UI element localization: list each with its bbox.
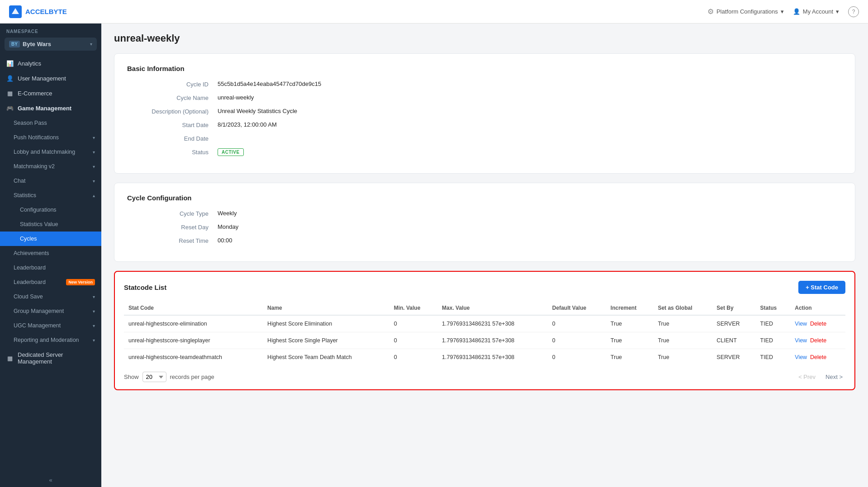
- navbar-right: ⚙ Platform Configurations ▾ 👤 My Account…: [707, 6, 859, 17]
- sidebar-item-user-management[interactable]: 👤 User Management: [0, 71, 101, 86]
- sidebar-item-ugc-management[interactable]: UGC Management ▾: [0, 318, 101, 333]
- cycle-config-card: Cycle Configuration Cycle Type Weekly Re…: [114, 183, 855, 262]
- view-link[interactable]: View: [795, 321, 807, 327]
- sidebar-item-ecommerce[interactable]: ▦ E-Commerce: [0, 86, 101, 101]
- namespace-chevron-icon: ▾: [90, 42, 92, 47]
- logo-icon: [9, 5, 22, 18]
- sidebar-item-group-management[interactable]: Group Management ▾: [0, 304, 101, 318]
- sidebar-item-achievements[interactable]: Achievements: [0, 246, 101, 260]
- sidebar-item-analytics[interactable]: 📊 Analytics: [0, 56, 101, 71]
- lobby-matchmaking-label: Lobby and Matchmaking: [14, 149, 89, 155]
- push-notifications-chevron: ▾: [93, 135, 95, 140]
- svg-marker-0: [12, 8, 19, 14]
- analytics-icon: 📊: [6, 60, 14, 67]
- view-link[interactable]: View: [795, 337, 807, 344]
- delete-link[interactable]: Delete: [810, 337, 826, 344]
- prev-page-button[interactable]: < Prev: [796, 372, 818, 382]
- status-row: Status ACTIVE: [127, 148, 842, 156]
- sidebar-item-game-management[interactable]: 🎮 Game Management: [0, 101, 101, 116]
- cell-stat-code: unreal-highestscore-singleplayer: [124, 332, 263, 349]
- sidebar-item-push-notifications[interactable]: Push Notifications ▾: [0, 130, 101, 145]
- platform-config-label: Platform Configurations: [716, 8, 778, 15]
- lobby-chevron: ▾: [93, 150, 95, 155]
- ugc-management-label: UGC Management: [14, 322, 89, 329]
- statcode-header: Statcode List + Stat Code: [124, 281, 845, 294]
- my-account-label: My Account: [803, 8, 833, 15]
- per-page-select[interactable]: 20 50 100: [142, 372, 166, 382]
- collapse-sidebar-button[interactable]: «: [0, 473, 101, 487]
- namespace-name: Byte Wars: [23, 41, 87, 47]
- col-status: Status: [756, 301, 791, 315]
- next-page-button[interactable]: Next >: [823, 372, 845, 382]
- namespace-selector[interactable]: BY Byte Wars ▾: [5, 38, 97, 51]
- leaderboard-label: Leaderboard: [14, 265, 95, 271]
- game-management-label: Game Management: [18, 105, 95, 112]
- cell-max-value: 1.79769313486231 57e+308: [437, 332, 548, 349]
- statistics-label: Statistics: [14, 192, 89, 199]
- sidebar-item-cloud-save[interactable]: Cloud Save ▾: [0, 289, 101, 304]
- cell-action: View Delete: [790, 315, 845, 332]
- delete-link[interactable]: Delete: [810, 354, 826, 360]
- statistics-value-label: Statistics Value: [20, 221, 95, 227]
- statistics-chevron: ▴: [93, 193, 95, 198]
- platform-config-button[interactable]: ⚙ Platform Configurations ▾: [707, 7, 784, 16]
- col-default-value: Default Value: [548, 301, 606, 315]
- sidebar-item-lobby-matchmaking[interactable]: Lobby and Matchmaking ▾: [0, 145, 101, 159]
- cycle-id-row: Cycle ID 55c5b1d5a4e14eaba45477cd70de9c1…: [127, 80, 842, 88]
- cell-set-as-global: True: [653, 315, 712, 332]
- sidebar-item-chat[interactable]: Chat ▾: [0, 174, 101, 188]
- sidebar-item-cycles[interactable]: Cycles: [0, 232, 101, 246]
- records-per-page-label: records per page: [170, 374, 214, 380]
- cell-status: TIED: [756, 332, 791, 349]
- sidebar-item-dedicated-server[interactable]: ▦ Dedicated Server Management: [0, 347, 101, 369]
- cell-default-value: 0: [548, 332, 606, 349]
- statcode-list-section: Statcode List + Stat Code Stat Code Name…: [114, 271, 855, 390]
- sidebar-item-statistics-value[interactable]: Statistics Value: [0, 217, 101, 232]
- cell-min-value: 0: [389, 332, 437, 349]
- end-date-row: End Date: [127, 135, 842, 142]
- push-notifications-label: Push Notifications: [14, 134, 89, 141]
- ecommerce-label: E-Commerce: [18, 90, 95, 97]
- reset-day-value: Monday: [218, 223, 238, 230]
- description-value: Unreal Weekly Statistics Cycle: [218, 108, 297, 114]
- cell-set-as-global: True: [653, 332, 712, 349]
- table-row: unreal-highestscore-teamdeathmatch Highe…: [124, 349, 845, 366]
- col-set-as-global: Set as Global: [653, 301, 712, 315]
- cell-stat-code: unreal-highestscore-teamdeathmatch: [124, 349, 263, 366]
- basic-info-card: Basic Information Cycle ID 55c5b1d5a4e14…: [114, 53, 855, 174]
- logo[interactable]: ACCELBYTE: [9, 5, 67, 18]
- ecommerce-icon: ▦: [6, 90, 14, 97]
- main-layout: NAMESPACE BY Byte Wars ▾ 📊 Analytics 👤 U…: [0, 24, 868, 487]
- sidebar-item-leaderboard-new[interactable]: Leaderboard New Version: [0, 275, 101, 289]
- cell-set-by: SERVER: [712, 315, 755, 332]
- cell-increment: True: [606, 315, 654, 332]
- my-account-button[interactable]: 👤 My Account ▾: [793, 8, 839, 15]
- start-date-value: 8/1/2023, 12:00:00 AM: [218, 121, 277, 128]
- delete-link[interactable]: Delete: [810, 321, 826, 327]
- statcode-table: Stat Code Name Min. Value Max. Value Def…: [124, 301, 845, 365]
- view-link[interactable]: View: [795, 354, 807, 360]
- cell-increment: True: [606, 349, 654, 366]
- cycle-id-value: 55c5b1d5a4e14eaba45477cd70de9c15: [218, 80, 321, 87]
- sidebar-item-matchmaking-v2[interactable]: Matchmaking v2 ▾: [0, 159, 101, 174]
- sidebar-item-leaderboard[interactable]: Leaderboard: [0, 260, 101, 275]
- sidebar-item-statistics[interactable]: Statistics ▴: [0, 188, 101, 203]
- cell-default-value: 0: [548, 315, 606, 332]
- dedicated-server-icon: ▦: [6, 355, 14, 362]
- cloud-save-label: Cloud Save: [14, 293, 89, 300]
- help-button[interactable]: ?: [848, 6, 859, 17]
- cell-set-as-global: True: [653, 349, 712, 366]
- sidebar-item-configurations[interactable]: Configurations: [0, 203, 101, 217]
- reset-day-row: Reset Day Monday: [127, 223, 842, 231]
- chat-label: Chat: [14, 178, 89, 184]
- new-version-badge: New Version: [66, 279, 95, 285]
- reset-time-label: Reset Time: [127, 237, 218, 244]
- cell-set-by: CLIENT: [712, 332, 755, 349]
- achievements-label: Achievements: [14, 250, 95, 256]
- sidebar-item-season-pass[interactable]: Season Pass: [0, 116, 101, 130]
- add-stat-code-button[interactable]: + Stat Code: [798, 281, 845, 294]
- cycle-name-label: Cycle Name: [127, 95, 218, 101]
- main-content: unreal-weekly Basic Information Cycle ID…: [101, 24, 868, 487]
- sidebar-item-reporting-moderation[interactable]: Reporting and Moderation ▾: [0, 333, 101, 347]
- cycle-name-value: unreal-weekly: [218, 94, 254, 101]
